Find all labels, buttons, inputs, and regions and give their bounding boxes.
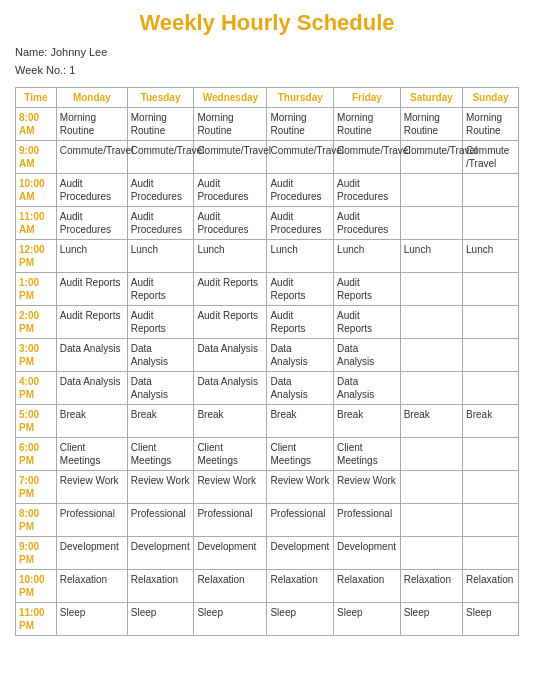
schedule-cell: Lunch (194, 240, 267, 273)
table-row: 7:00 PMReview WorkReview WorkReview Work… (16, 471, 519, 504)
schedule-cell: Audit Reports (56, 306, 127, 339)
schedule-cell: Break (267, 405, 334, 438)
time-cell: 12:00 PM (16, 240, 57, 273)
time-cell: 10:00 AM (16, 174, 57, 207)
schedule-cell: Sleep (194, 603, 267, 636)
schedule-cell: Audit Procedures (194, 174, 267, 207)
schedule-cell: Break (194, 405, 267, 438)
schedule-cell: Commute/Travel (194, 141, 267, 174)
schedule-cell: Commute/Travel (400, 141, 462, 174)
schedule-cell: Morning Routine (334, 108, 401, 141)
schedule-cell: Sleep (463, 603, 519, 636)
schedule-cell: Lunch (334, 240, 401, 273)
schedule-cell: Break (334, 405, 401, 438)
schedule-cell: Relaxation (194, 570, 267, 603)
week-label: Week No.: 1 (15, 62, 519, 80)
col-header-sunday: Sunday (463, 88, 519, 108)
schedule-cell: Audit Reports (267, 273, 334, 306)
time-cell: 6:00 PM (16, 438, 57, 471)
schedule-cell: Commute/Travel (267, 141, 334, 174)
schedule-cell: Review Work (267, 471, 334, 504)
schedule-cell: Data Analysis (56, 339, 127, 372)
schedule-cell: Professional (334, 504, 401, 537)
schedule-cell: Client Meetings (194, 438, 267, 471)
col-header-monday: Monday (56, 88, 127, 108)
time-cell: 11:00 AM (16, 207, 57, 240)
schedule-cell: Sleep (267, 603, 334, 636)
time-cell: 5:00 PM (16, 405, 57, 438)
schedule-cell (400, 174, 462, 207)
schedule-cell: Commute/Travel (334, 141, 401, 174)
time-cell: 11:00 PM (16, 603, 57, 636)
col-header-friday: Friday (334, 88, 401, 108)
schedule-cell: Audit Reports (56, 273, 127, 306)
time-cell: 2:00 PM (16, 306, 57, 339)
table-row: 2:00 PMAudit ReportsAudit ReportsAudit R… (16, 306, 519, 339)
meta-info: Name: Johnny Lee Week No.: 1 (15, 44, 519, 79)
schedule-cell (400, 339, 462, 372)
schedule-cell (400, 306, 462, 339)
schedule-cell: Lunch (400, 240, 462, 273)
schedule-cell: Data Analysis (127, 372, 194, 405)
schedule-cell (400, 471, 462, 504)
time-cell: 9:00 AM (16, 141, 57, 174)
page-title: Weekly Hourly Schedule (15, 10, 519, 36)
schedule-cell: Data Analysis (194, 372, 267, 405)
schedule-cell: Review Work (334, 471, 401, 504)
schedule-cell (463, 273, 519, 306)
schedule-cell: Lunch (267, 240, 334, 273)
schedule-table: TimeMondayTuesdayWednesdayThursdayFriday… (15, 87, 519, 636)
schedule-cell (400, 438, 462, 471)
table-row: 4:00 PMData AnalysisData AnalysisData An… (16, 372, 519, 405)
schedule-cell: Commute/Travel (56, 141, 127, 174)
table-row: 10:00 PMRelaxationRelaxationRelaxationRe… (16, 570, 519, 603)
schedule-cell: Morning Routine (267, 108, 334, 141)
schedule-cell (463, 306, 519, 339)
schedule-cell: Data Analysis (334, 339, 401, 372)
schedule-cell: Professional (194, 504, 267, 537)
schedule-cell: Professional (127, 504, 194, 537)
schedule-cell: Break (56, 405, 127, 438)
schedule-cell: Professional (267, 504, 334, 537)
schedule-cell: Morning Routine (400, 108, 462, 141)
schedule-cell: Development (194, 537, 267, 570)
schedule-cell (463, 174, 519, 207)
schedule-cell: Lunch (463, 240, 519, 273)
schedule-cell (400, 537, 462, 570)
schedule-cell (400, 504, 462, 537)
table-row: 8:00 AMMorning RoutineMorning RoutineMor… (16, 108, 519, 141)
schedule-cell: Audit Procedures (267, 174, 334, 207)
table-row: 5:00 PMBreakBreakBreakBreakBreakBreakBre… (16, 405, 519, 438)
schedule-cell: Client Meetings (56, 438, 127, 471)
schedule-cell: Relaxation (127, 570, 194, 603)
schedule-cell: Client Meetings (267, 438, 334, 471)
schedule-cell: Audit Reports (127, 273, 194, 306)
schedule-cell (463, 537, 519, 570)
schedule-cell: Sleep (334, 603, 401, 636)
schedule-cell: Lunch (56, 240, 127, 273)
time-cell: 3:00 PM (16, 339, 57, 372)
schedule-cell: Development (56, 537, 127, 570)
schedule-cell: Professional (56, 504, 127, 537)
schedule-cell: Data Analysis (194, 339, 267, 372)
schedule-cell (400, 207, 462, 240)
schedule-cell: Review Work (56, 471, 127, 504)
schedule-cell: Break (463, 405, 519, 438)
schedule-cell: Relaxation (56, 570, 127, 603)
schedule-cell: Data Analysis (56, 372, 127, 405)
schedule-cell: Audit Procedures (127, 174, 194, 207)
schedule-cell: Development (127, 537, 194, 570)
col-header-time: Time (16, 88, 57, 108)
schedule-cell: Audit Reports (334, 306, 401, 339)
table-row: 10:00 AMAudit ProceduresAudit Procedures… (16, 174, 519, 207)
schedule-cell: Development (334, 537, 401, 570)
schedule-cell: Audit Procedures (56, 207, 127, 240)
schedule-cell: Audit Procedures (334, 207, 401, 240)
col-header-thursday: Thursday (267, 88, 334, 108)
schedule-cell: Audit Reports (334, 273, 401, 306)
schedule-cell: Development (267, 537, 334, 570)
schedule-cell: Sleep (400, 603, 462, 636)
schedule-cell: Relaxation (334, 570, 401, 603)
schedule-cell: Morning Routine (194, 108, 267, 141)
schedule-cell: Client Meetings (127, 438, 194, 471)
